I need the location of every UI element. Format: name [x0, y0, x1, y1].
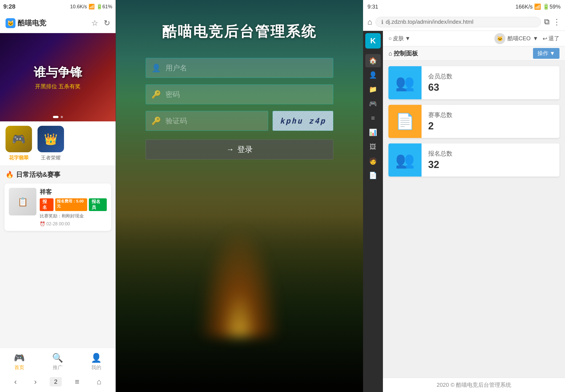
- page-number: 2: [50, 377, 62, 386]
- sidebar-item-image[interactable]: 🖼: [365, 140, 381, 153]
- signups-value: 32: [428, 159, 452, 170]
- sidebar-item-gamepad[interactable]: 🎮: [365, 97, 381, 110]
- sidebar-item-home[interactable]: 🏠: [365, 54, 381, 67]
- tag-fee: 报名费用：5.00元: [55, 198, 87, 211]
- login-overlay: 酷喵电竞后台管理系统 👤 🔑 🔑 kphu z4p: [116, 0, 363, 392]
- password-input[interactable]: [166, 90, 327, 99]
- event-info: 祥客 报名 报名费用：5.00元 报名员 比赛奖励：刚刚好现金 ⏰ 02-28 …: [40, 188, 107, 226]
- back-btn[interactable]: ‹: [10, 375, 21, 388]
- members-label: 会员总数: [428, 72, 452, 81]
- signups-label: 报名总数: [428, 150, 452, 158]
- signups-stat-text: 报名总数 32: [422, 145, 459, 175]
- game-icon-1[interactable]: 🎮 花字翡翠: [6, 126, 32, 161]
- logout-label: 退了: [548, 35, 559, 42]
- topbar-user[interactable]: 🐱 酷喵CEO ▼: [494, 33, 538, 44]
- tag-signup: 报名: [40, 198, 54, 211]
- admin-time: 9:31: [367, 4, 378, 10]
- operation-button[interactable]: 操作 ▼: [533, 48, 559, 59]
- app-status-icons: 10.6K/s 📶 🔋61%: [70, 4, 112, 10]
- skin-label: 皮肤: [393, 35, 404, 42]
- banner-content: 谁与争锋 开黑排位 五杀有奖: [34, 64, 82, 90]
- login-icon: →: [226, 145, 234, 154]
- topbar-left: ○ 皮肤 ▼: [388, 35, 411, 42]
- sidebar-item-user[interactable]: 👤: [365, 68, 381, 82]
- sidebar-logo: K: [365, 33, 381, 49]
- fire-icon: 🔥: [6, 171, 14, 178]
- events-icon: 📄: [395, 112, 415, 130]
- captcha-text: kphu z4p: [280, 116, 326, 126]
- admin-layout: K 🏠 👤 📁 🎮 ≡ 📊 🖼 🧑 📄 ○ 皮肤 ▼: [363, 31, 565, 392]
- admin-sidebar: K 🏠 👤 📁 🎮 ≡ 📊 🖼 🧑 📄: [363, 31, 383, 392]
- admin-battery-icon: 🔋59%: [543, 4, 561, 10]
- wifi-icon: 📶: [89, 4, 95, 10]
- signups-icon: 👥: [395, 151, 415, 169]
- logout-btn[interactable]: ↩ 退了: [543, 35, 559, 42]
- app-header: 🐱 酷喵电竞 ☆ ↻: [0, 13, 116, 33]
- banner-dots: [53, 116, 63, 118]
- network-icon: 10.6K/s: [70, 4, 87, 10]
- panel-app: 9:28 10.6K/s 📶 🔋61% 🐱 酷喵电竞 ☆ ↻ 谁与争锋 开黑排位…: [0, 0, 116, 392]
- breadcrumb-home-icon: ⌂: [388, 50, 392, 57]
- mine-nav-label: 我的: [91, 364, 101, 371]
- bookmark-icon[interactable]: ☆: [91, 18, 98, 28]
- url-box[interactable]: ℹ dj.zdznb.top/admin/index/index.html: [375, 17, 541, 27]
- captcha-image[interactable]: kphu z4p: [273, 111, 333, 131]
- app-logo-icon: 🐱: [6, 18, 15, 28]
- password-group: 🔑: [146, 84, 333, 104]
- action-label: 操作: [537, 50, 548, 57]
- members-stat-text: 会员总数 63: [422, 68, 459, 98]
- stat-card-events: 📄 赛事总数 2: [388, 105, 559, 138]
- promote-nav-icon: 🔍: [52, 353, 63, 363]
- user-name: 酷喵CEO: [508, 35, 531, 42]
- admin-status-icons: 166K/s 📶 🔋59%: [516, 3, 561, 10]
- event-card[interactable]: 📋 祥客 报名 报名费用：5.00元 报名员 比赛奖励：刚刚好现金 ⏰ 02-2…: [4, 183, 111, 231]
- action-chevron-icon: ▼: [550, 50, 555, 57]
- game-thumb-2: 👑: [38, 126, 64, 152]
- addr-tab-icon[interactable]: ⧉: [544, 17, 550, 26]
- admin-main: ○ 皮肤 ▼ 🐱 酷喵CEO ▼ ↩ 退了: [383, 31, 565, 392]
- username-input[interactable]: [166, 64, 327, 72]
- events-icon-box: 📄: [388, 105, 422, 138]
- admin-speed: 166K/s: [516, 4, 533, 10]
- admin-breadcrumb: ⌂ 控制面板 操作 ▼: [383, 46, 565, 61]
- members-value: 63: [428, 82, 452, 93]
- forward-btn[interactable]: ›: [30, 375, 41, 388]
- signups-icon-box: 👥: [388, 143, 422, 177]
- sidebar-item-folder[interactable]: 📁: [365, 83, 381, 96]
- login-button[interactable]: → 登录: [146, 140, 333, 159]
- circle-icon: ○: [388, 35, 392, 42]
- nav-home[interactable]: 🎮 首页: [14, 353, 25, 371]
- admin-status-bar: 9:31 166K/s 📶 🔋59%: [363, 0, 565, 13]
- skin-selector[interactable]: ○ 皮肤 ▼: [388, 35, 411, 42]
- chevron-down-icon: ▼: [405, 35, 411, 42]
- user-chevron-icon: ▼: [533, 35, 538, 42]
- addr-more-icon[interactable]: ⋮: [553, 17, 561, 26]
- nav-promote[interactable]: 🔍 推广: [52, 353, 63, 371]
- sidebar-item-doc[interactable]: 📄: [365, 169, 381, 182]
- banner-subtitle: 开黑排位 五杀有奖: [34, 83, 82, 90]
- sidebar-item-person[interactable]: 🧑: [365, 154, 381, 168]
- home-btn[interactable]: ⌂: [92, 375, 106, 388]
- captcha-field-icon: 🔑: [151, 116, 161, 126]
- game-icon-2[interactable]: 👑 王者荣耀: [38, 126, 64, 161]
- panel-login: 酷喵电竞后台管理系统 👤 🔑 🔑 kphu z4p: [116, 0, 363, 392]
- sidebar-item-menu[interactable]: ≡: [365, 111, 381, 125]
- admin-network-icon: 📶: [534, 4, 541, 10]
- admin-footer: 2020 © 酷喵电竞后台管理系统: [383, 378, 565, 392]
- sidebar-item-table[interactable]: 📊: [365, 126, 381, 139]
- menu-btn[interactable]: ≡: [70, 375, 84, 388]
- stat-card-members: 👥 会员总数 63: [388, 66, 559, 99]
- members-icon-box: 👥: [388, 66, 422, 99]
- home-nav-label: 首页: [14, 364, 24, 371]
- events-value: 2: [428, 120, 452, 132]
- event-time-value: 02-28 00:00: [46, 222, 70, 226]
- nav-mine[interactable]: 👤 我的: [91, 353, 102, 371]
- event-tags: 报名 报名费用：5.00元 报名员: [40, 198, 107, 211]
- captcha-input[interactable]: [166, 117, 262, 125]
- event-time: ⏰ 02-28 00:00: [40, 221, 107, 226]
- refresh-icon[interactable]: ↻: [104, 18, 110, 28]
- events-label: 赛事总数: [428, 111, 452, 119]
- addr-home-icon[interactable]: ⌂: [367, 18, 372, 26]
- app-banner: 谁与争锋 开黑排位 五杀有奖: [0, 33, 116, 121]
- user-avatar: 🐱: [494, 33, 505, 44]
